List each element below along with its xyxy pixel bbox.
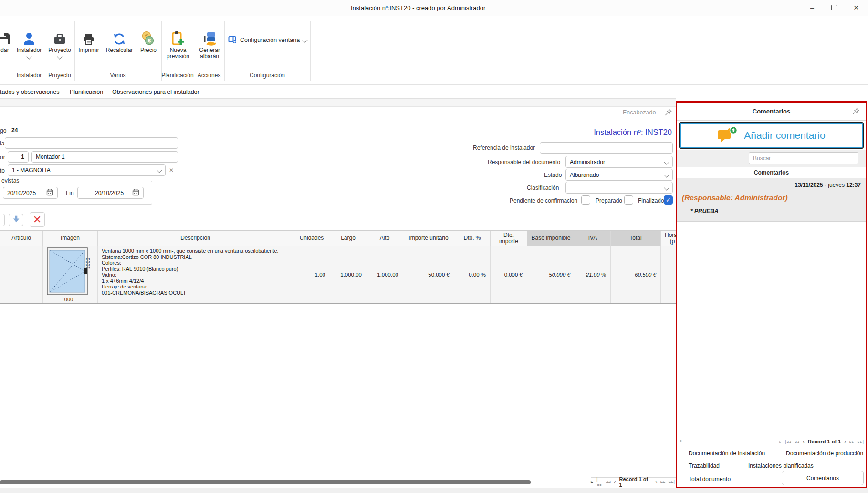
imprimir-button[interactable]: Imprimir: [75, 30, 102, 53]
first-record-icon[interactable]: |◂◂: [785, 439, 791, 444]
cell-unidades[interactable]: 1,00: [293, 246, 330, 303]
app-window: Instalación nº:INST20 - creado por Admin…: [0, 0, 868, 493]
col-articulo[interactable]: Artículo: [0, 231, 43, 246]
cell-dto-importe[interactable]: 0,000 €: [491, 246, 527, 303]
cell-total[interactable]: 60,500 €: [611, 246, 661, 303]
precio-button[interactable]: €$ Precio: [136, 30, 160, 53]
next-record-icon[interactable]: ›: [655, 479, 657, 485]
ribbon-group-planificacion: Planificación: [161, 72, 194, 79]
pin-icon[interactable]: [852, 108, 859, 117]
recalcular-button[interactable]: Recalcular: [103, 30, 136, 53]
proyecto-clear-icon[interactable]: ✕: [169, 167, 174, 174]
estado-select[interactable]: Albaranado: [565, 169, 673, 181]
col-base-imponible[interactable]: Base imponible: [527, 231, 575, 246]
collapsed-band: [0, 99, 676, 107]
col-iva[interactable]: IVA: [575, 231, 611, 246]
maximize-icon: [831, 5, 837, 10]
close-button[interactable]: ✕: [847, 1, 866, 14]
comments-list-title: Comentarios: [754, 169, 789, 176]
col-imagen[interactable]: Imagen: [43, 231, 98, 246]
last-record-icon[interactable]: ▸▸|: [858, 439, 864, 444]
col-importe-unitario[interactable]: Importe unitario: [403, 231, 454, 246]
tab-observaciones-instalador[interactable]: Observaciones para el instalador: [112, 89, 199, 95]
tab-planificacion[interactable]: Planificación: [70, 89, 103, 95]
fecha-fin-input[interactable]: 20/10/2025: [77, 187, 144, 199]
referencia-instalador-input[interactable]: [540, 142, 673, 154]
pin-icon[interactable]: [664, 109, 672, 118]
prev-fast-icon[interactable]: ◂◂: [606, 479, 611, 484]
col-descripcion[interactable]: Descripción: [98, 231, 293, 246]
tab-estados-observaciones[interactable]: tados y observaciones: [0, 89, 59, 95]
tab-documentacion-produccion[interactable]: Documentación de producción: [786, 450, 863, 457]
comment-item[interactable]: 13/11/2025 - jueves 12:37 (Responsable: …: [677, 178, 866, 222]
ribbon-group-acciones: Acciones: [194, 72, 224, 79]
tab-documentacion-instalacion[interactable]: Documentación de instalación: [689, 450, 765, 457]
cell-descripcion[interactable]: Ventana 1000 mm x 1000 mm-, que consiste…: [98, 246, 293, 303]
tab-trazabilidad[interactable]: Trazabilidad: [689, 462, 720, 469]
finalizado-checkbox[interactable]: ✓: [664, 195, 673, 205]
comment-day: - jueves: [823, 182, 847, 188]
cell-alto[interactable]: 1.000,00: [366, 246, 403, 303]
col-total[interactable]: Total: [611, 231, 661, 246]
tab-comentarios-active[interactable]: Comentarios: [782, 471, 864, 485]
instalador-button[interactable]: Instalador: [14, 30, 44, 59]
clasificacion-select[interactable]: [565, 182, 673, 194]
next-record-icon[interactable]: ›: [844, 438, 846, 445]
col-largo[interactable]: Largo: [330, 231, 366, 246]
instalador-code-input[interactable]: 1: [8, 151, 29, 163]
recalcular-label: Recalcular: [106, 47, 133, 53]
scroll-right-icon[interactable]: ▸: [591, 479, 593, 484]
comments-search-input[interactable]: Buscar: [749, 152, 858, 164]
cell-dto-pct[interactable]: 0,00 %: [454, 246, 491, 303]
panel-scroll-right-icon[interactable]: ▸: [779, 439, 782, 444]
estado-label: Estado: [544, 172, 562, 178]
responsable-select[interactable]: Administrador: [565, 156, 673, 168]
tab-instalaciones-planificadas[interactable]: Instalaciones planificadas: [748, 462, 814, 469]
col-dto-importe[interactable]: Dto. importe: [491, 231, 527, 246]
first-record-icon[interactable]: |◂◂: [596, 477, 602, 487]
last-record-icon[interactable]: ▸▸|: [669, 479, 675, 484]
minimize-button[interactable]: –: [803, 1, 822, 14]
configuracion-ventana-button[interactable]: Configuración ventana: [225, 34, 310, 46]
proyecto-select[interactable]: 1 - MAGNOLIA: [8, 164, 166, 176]
line-add-button[interactable]: [0, 214, 5, 226]
instalador-name-input[interactable]: Montador 1: [31, 151, 178, 163]
finalizado-label: Finalizado: [638, 197, 664, 204]
nueva-prevision-button[interactable]: Nueva previsión: [162, 30, 194, 60]
cell-importe-unitario[interactable]: 50,000 €: [403, 246, 454, 303]
cell-articulo[interactable]: [0, 246, 43, 303]
referencia-input[interactable]: [5, 137, 178, 149]
cell-largo[interactable]: 1.000,00: [330, 246, 366, 303]
prev-record-icon[interactable]: ‹: [803, 438, 805, 445]
preparado-checkbox[interactable]: [624, 195, 633, 205]
person-icon: [23, 30, 35, 46]
maximize-button[interactable]: [825, 1, 844, 14]
fecha-inicio-input[interactable]: 20/10/2025: [3, 187, 58, 199]
col-unidades[interactable]: Unidades: [293, 231, 330, 246]
col-alto[interactable]: Alto: [366, 231, 403, 246]
cell-base-imponible[interactable]: 50,000 €: [527, 246, 575, 303]
preparado-label: Preparado: [596, 197, 622, 204]
col-dto-pct[interactable]: Dto. %: [454, 231, 491, 246]
referencia-instalador-label: Referencia de instalador: [473, 144, 535, 151]
chevron-down-icon: [664, 159, 669, 164]
panel-scroll-left-icon[interactable]: ◂: [679, 438, 681, 443]
imprimir-label: Imprimir: [78, 47, 99, 53]
pendiente-confirmacion-checkbox[interactable]: [581, 195, 590, 205]
table-row[interactable]: 1000 1000 Ventana 1000 mm x 1000 mm-, qu…: [0, 246, 681, 304]
line-delete-button[interactable]: ✕: [30, 212, 45, 227]
next-fast-icon[interactable]: ▸▸: [660, 479, 665, 484]
printer-icon: [83, 30, 95, 46]
generar-albaran-button[interactable]: Generar albarán: [195, 30, 224, 60]
cell-imagen[interactable]: 1000 1000: [43, 246, 98, 303]
prev-record-icon[interactable]: ‹: [614, 479, 616, 485]
prev-fast-icon[interactable]: ◂◂: [795, 439, 799, 444]
add-comment-button[interactable]: Añadir comentario: [679, 122, 864, 149]
line-move-down-button[interactable]: [9, 214, 23, 226]
cell-iva[interactable]: 21,00 %: [575, 246, 611, 303]
next-fast-icon[interactable]: ▸▸: [849, 439, 854, 444]
pendiente-confirmacion-label: Pendiente de confirmacion: [510, 197, 577, 204]
horizontal-scrollbar-thumb[interactable]: [0, 480, 531, 484]
tab-total-documento[interactable]: Total documento: [689, 476, 731, 483]
proyecto-button[interactable]: Proyecto: [46, 30, 73, 59]
